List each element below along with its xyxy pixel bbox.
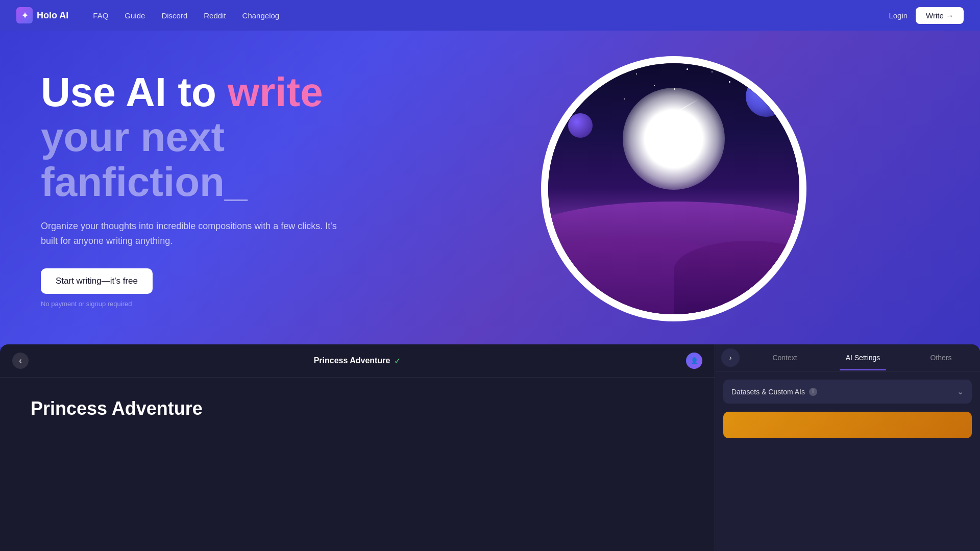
expand-button[interactable]: › (721, 348, 740, 367)
star (598, 79, 600, 80)
illustration-circle (541, 56, 806, 321)
panel-title: Princess Adventure (314, 356, 390, 365)
panel-title-area: Princess Adventure ✓ (314, 356, 401, 366)
logo[interactable]: ✦ Holo AI (16, 7, 68, 23)
star (636, 73, 637, 74)
datasets-row: Datasets & Custom AIs i ⌄ (723, 380, 972, 404)
nav-discord[interactable]: Discord (161, 11, 187, 20)
datasets-label: Datasets & Custom AIs (731, 388, 805, 396)
panel-right-body: Datasets & Custom AIs i ⌄ (715, 371, 980, 551)
panel-header: ‹ Princess Adventure ✓ 👤 (0, 344, 715, 378)
moon (623, 88, 725, 190)
avatar: 👤 (686, 353, 702, 369)
chevron-down-icon: ⌄ (957, 387, 964, 396)
ground (548, 202, 799, 314)
datasets-label-area: Datasets & Custom AIs i (731, 388, 817, 396)
star (573, 76, 574, 77)
nav-links: FAQ Guide Discord Reddit Changelog (93, 11, 279, 20)
hero-title-prefix: Use AI to (41, 69, 228, 115)
login-link[interactable]: Login (889, 11, 908, 20)
panel-content: Princess Adventure (0, 378, 715, 551)
star (654, 85, 655, 86)
nav-faq[interactable]: FAQ (93, 11, 108, 20)
hero-note: No payment or signup required (41, 300, 408, 308)
panel-right: › Context AI Settings Others Datasets & … (715, 344, 980, 551)
star (712, 71, 713, 72)
tab-ai-settings[interactable]: AI Settings (824, 345, 902, 370)
panel-tabs: › Context AI Settings Others (715, 344, 980, 371)
hero-section: Use AI to write your next fanfiction_ Or… (0, 31, 980, 347)
hero-description: Organize your thoughts into incredible c… (41, 219, 347, 248)
logo-icon: ✦ (16, 7, 33, 23)
cta-button[interactable]: Start writing—it's free (41, 268, 153, 294)
logo-text: Holo AI (37, 10, 68, 21)
nav-right: Login Write → (889, 7, 964, 24)
write-button[interactable]: Write → (916, 7, 964, 24)
navbar: ✦ Holo AI FAQ Guide Discord Reddit Chang… (0, 0, 980, 31)
nav-reddit[interactable]: Reddit (204, 11, 226, 20)
hero-title-line2: your next fanfiction_ (41, 115, 408, 205)
info-icon[interactable]: i (809, 388, 817, 396)
hero-title-suffix: your next fanfiction_ (41, 114, 247, 205)
star (586, 91, 587, 92)
nav-changelog[interactable]: Changelog (242, 11, 280, 20)
hero-left: Use AI to write your next fanfiction_ Or… (41, 70, 408, 308)
star (624, 98, 625, 99)
hill3 (674, 241, 806, 314)
hero-illustration (408, 56, 939, 321)
story-title: Princess Adventure (31, 398, 684, 419)
nav-guide[interactable]: Guide (125, 11, 145, 20)
star (744, 83, 746, 85)
tab-context[interactable]: Context (746, 345, 824, 370)
golden-action-button[interactable] (723, 412, 972, 438)
star (687, 68, 688, 70)
tab-others[interactable]: Others (902, 345, 980, 370)
planet2 (746, 76, 787, 117)
bottom-panel: ‹ Princess Adventure ✓ 👤 Princess Advent… (0, 344, 980, 551)
panel-left: ‹ Princess Adventure ✓ 👤 Princess Advent… (0, 344, 715, 551)
hero-title: Use AI to write your next fanfiction_ (41, 70, 408, 205)
check-icon: ✓ (394, 356, 401, 366)
hero-title-highlight: write (228, 69, 323, 115)
star (729, 81, 730, 83)
hero-title-line1: Use AI to write (41, 70, 408, 115)
back-button[interactable]: ‹ (12, 353, 29, 369)
